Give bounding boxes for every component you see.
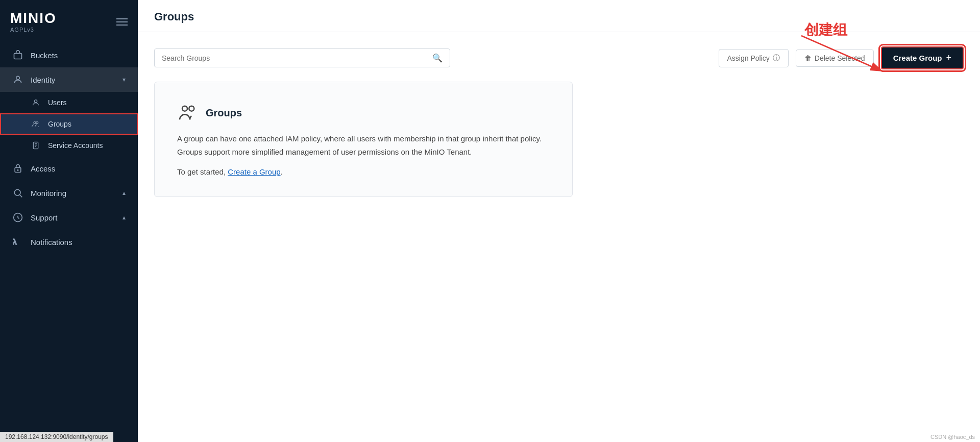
top-bar: Groups [138, 0, 980, 32]
sidebar-item-access-label: Access [31, 164, 55, 173]
main-content: Groups 🔍 Assign Policy ⓘ 🗑 Delete Select… [138, 0, 980, 442]
assign-policy-info-icon: ⓘ [773, 54, 780, 63]
empty-state-card: Groups A group can have one attached IAM… [154, 82, 573, 197]
svg-text:λ: λ [13, 237, 17, 246]
search-box: 🔍 [154, 48, 450, 67]
delete-selected-label: Delete Selected [815, 54, 865, 62]
groups-nav-icon [31, 119, 41, 129]
logo-name: MINIO [10, 11, 57, 26]
sidebar-item-service-accounts-label: Service Accounts [48, 141, 103, 150]
delete-selected-button[interactable]: 🗑 Delete Selected [796, 50, 874, 67]
svg-point-11 [17, 170, 18, 171]
create-group-button[interactable]: Create Group + [881, 46, 964, 69]
create-group-plus-icon: + [946, 53, 951, 63]
content-area: 🔍 Assign Policy ⓘ 🗑 Delete Selected Crea… [138, 32, 980, 442]
groups-empty-icon [177, 103, 198, 123]
sidebar-item-notifications[interactable]: λ Notifications [0, 230, 138, 254]
empty-card-cta: To get started, Create a Group. [177, 167, 550, 176]
sidebar: MINIO AGPLv3 Buckets Identity ▾ [0, 0, 138, 442]
sidebar-item-identity-label: Identity [31, 76, 55, 84]
access-icon [12, 163, 23, 174]
empty-card-description: A group can have one attached IAM policy… [177, 132, 550, 158]
svg-rect-2 [14, 54, 22, 59]
hamburger-menu[interactable] [116, 18, 128, 26]
sidebar-item-buckets-label: Buckets [31, 51, 58, 60]
notifications-icon: λ [12, 236, 23, 248]
sidebar-logo: MINIO AGPLv3 [0, 0, 138, 38]
empty-card-header: Groups [177, 103, 550, 123]
cta-text: To get started, [177, 167, 226, 176]
sidebar-item-identity[interactable]: Identity ▾ [0, 67, 138, 92]
create-a-group-link[interactable]: Create a Group [228, 167, 280, 176]
svg-point-6 [36, 121, 38, 124]
sidebar-item-support-label: Support [31, 213, 58, 222]
delete-icon: 🗑 [804, 54, 812, 62]
svg-line-14 [20, 195, 22, 198]
assign-policy-button[interactable]: Assign Policy ⓘ [719, 49, 789, 67]
bucket-icon [12, 50, 23, 61]
logo-text: MINIO AGPLv3 [10, 11, 57, 33]
sidebar-item-monitoring-label: Monitoring [31, 189, 66, 198]
cta-end: . [281, 167, 283, 176]
sidebar-item-service-accounts[interactable]: Service Accounts [0, 135, 138, 156]
svg-point-13 [14, 189, 20, 195]
monitoring-chevron-icon: ▴ [122, 189, 126, 197]
sidebar-nav: Buckets Identity ▾ Users Groups [0, 38, 138, 442]
service-accounts-icon [31, 140, 41, 151]
assign-policy-label: Assign Policy [727, 54, 770, 62]
watermark: CSDN @haoc_ds [930, 434, 975, 440]
svg-point-4 [34, 100, 37, 103]
sidebar-item-access[interactable]: Access [0, 156, 138, 181]
search-input[interactable] [162, 54, 432, 62]
status-bar: 192.168.124.132:9090/identity/groups [0, 432, 113, 442]
toolbar: 🔍 Assign Policy ⓘ 🗑 Delete Selected Crea… [154, 46, 964, 69]
sidebar-item-buckets[interactable]: Buckets [0, 43, 138, 67]
svg-point-3 [16, 76, 20, 80]
page-title: Groups [154, 10, 964, 23]
support-icon [12, 212, 23, 223]
svg-point-17 [189, 106, 194, 111]
search-icon: 🔍 [432, 53, 443, 63]
identity-chevron-icon: ▾ [122, 76, 126, 83]
sidebar-item-notifications-label: Notifications [31, 238, 72, 247]
sidebar-item-support[interactable]: Support ▴ [0, 205, 138, 230]
sidebar-item-monitoring[interactable]: Monitoring ▴ [0, 181, 138, 205]
identity-icon [12, 74, 23, 85]
svg-point-5 [34, 121, 36, 124]
monitoring-icon [12, 187, 23, 199]
create-group-label: Create Group [893, 54, 942, 62]
support-chevron-icon: ▴ [122, 214, 126, 221]
logo-license: AGPLv3 [10, 27, 34, 33]
sidebar-item-users-label: Users [48, 99, 67, 107]
users-icon [31, 97, 41, 108]
svg-point-16 [182, 106, 187, 111]
sidebar-item-groups-label: Groups [48, 120, 71, 128]
empty-card-title: Groups [206, 107, 242, 119]
sidebar-item-groups[interactable]: Groups [0, 113, 138, 135]
sidebar-item-users[interactable]: Users [0, 92, 138, 113]
